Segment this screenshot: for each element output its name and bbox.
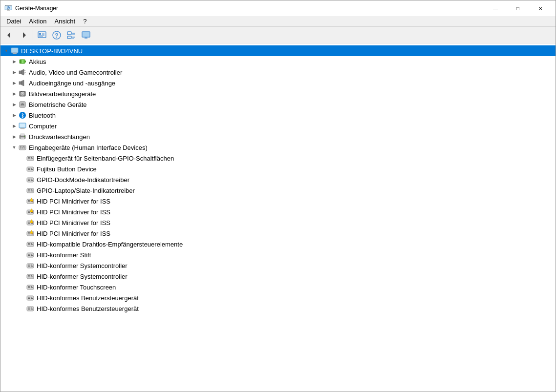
tree-item-hid9[interactable]: ▶ HID-kompatible Drahtlos-Empfängersteue… <box>0 239 556 249</box>
svg-text:ᛒ: ᛒ <box>21 113 24 119</box>
expander-bildverarbeitung[interactable]: ▶ <box>10 90 18 98</box>
expander-computer[interactable]: ▶ <box>10 122 18 130</box>
expander-akkus[interactable]: ▶ <box>10 58 18 65</box>
label-hid12: HID-konformer Systemcontroller <box>37 273 128 280</box>
svg-rect-163 <box>28 309 30 310</box>
svg-rect-82 <box>31 179 32 180</box>
tree-item-computer[interactable]: ▶ Computer <box>0 121 556 131</box>
expander-eingabe[interactable]: ▼ <box>10 144 18 151</box>
tree-item-hid14[interactable]: ▶ HID-konformes Benutzersteuergerät <box>0 292 556 303</box>
help-button[interactable]: ? <box>50 28 64 42</box>
svg-rect-34 <box>20 60 21 63</box>
svg-rect-131 <box>29 254 30 255</box>
svg-marker-6 <box>7 32 10 38</box>
menu-bar: Datei Aktion Ansicht ? <box>0 16 556 27</box>
tree-item-hid8[interactable]: ▶ ! HID PCI Minidriver for ISS <box>0 228 556 239</box>
device-tree[interactable]: ▼ DESKTOP-8M34VNU ▶ <box>0 43 556 392</box>
menu-datei[interactable]: Datei <box>2 17 25 26</box>
window-title: Geräte-Manager <box>15 5 484 12</box>
tree-item-hid1[interactable]: ▶ Einfügegerät für Seitenband-GPIO-Schal… <box>0 153 556 164</box>
window-controls: — □ ✕ <box>484 0 552 16</box>
svg-rect-95 <box>28 202 30 203</box>
maximize-button[interactable]: □ <box>507 0 529 16</box>
expander-bluetooth[interactable]: ▶ <box>10 111 18 119</box>
svg-rect-74 <box>28 168 29 169</box>
tree-item-biometrie[interactable]: ▶ Biometrische Geräte <box>0 99 556 110</box>
svg-rect-150 <box>31 286 32 287</box>
tree-item-hid13[interactable]: ▶ HID-konformer Touchscreen <box>0 282 556 292</box>
svg-rect-152 <box>31 288 33 289</box>
svg-rect-86 <box>28 189 29 190</box>
forward-button[interactable] <box>17 28 31 42</box>
expander-drucker[interactable]: ▶ <box>10 133 18 141</box>
tree-item-drucker[interactable]: ▶ Druckwarteschlangen <box>0 131 556 142</box>
label-bluetooth: Bluetooth <box>29 112 56 119</box>
expand-button[interactable] <box>64 28 78 42</box>
menu-aktion[interactable]: Aktion <box>25 17 50 26</box>
svg-rect-23 <box>83 32 89 37</box>
svg-rect-139 <box>28 266 30 267</box>
label-audio: Audio, Video und Gamecontroller <box>29 69 122 76</box>
svg-rect-67 <box>27 156 34 161</box>
expander-root[interactable]: ▼ <box>2 47 10 55</box>
svg-rect-72 <box>31 159 33 160</box>
tree-item-hid11[interactable]: ▶ HID-konformer Systemcontroller <box>0 260 556 271</box>
tree-item-hid4[interactable]: ▶ GPIO-Laptop/Slate-Indikatortreiber <box>0 185 556 196</box>
tree-item-hid6[interactable]: ▶ ! HID PCI Minidriver for ISS <box>0 206 556 217</box>
menu-hilfe[interactable]: ? <box>79 17 90 26</box>
tree-item-audio[interactable]: ▶ Audio, Video und Gamecontroller <box>0 67 556 78</box>
tree-item-hid3[interactable]: ▶ GPIO-DockMode-Indikatortreiber <box>0 174 556 185</box>
expander-audio[interactable]: ▶ <box>10 68 18 76</box>
svg-rect-153 <box>27 296 34 300</box>
svg-rect-130 <box>28 254 29 255</box>
svg-rect-60 <box>20 146 21 147</box>
svg-rect-143 <box>29 275 30 276</box>
tree-item-bildverarbeitung[interactable]: ▶ Bildverarbeitungsgeräte <box>0 88 556 99</box>
tree-item-hid12[interactable]: ▶ HID-konformer Systemcontroller <box>0 271 556 282</box>
svg-rect-124 <box>28 243 29 244</box>
tree-item-audioio[interactable]: ▶ Audioeingänge und -ausgänge <box>0 78 556 88</box>
icon-hid11 <box>26 261 35 270</box>
monitor-button[interactable] <box>79 28 93 42</box>
svg-rect-83 <box>28 180 30 181</box>
close-button[interactable]: ✕ <box>529 0 552 16</box>
expander-audioio[interactable]: ▶ <box>10 79 18 87</box>
svg-rect-88 <box>31 189 32 190</box>
svg-rect-126 <box>31 243 32 244</box>
back-button[interactable] <box>2 28 16 42</box>
svg-rect-157 <box>28 298 30 299</box>
minimize-button[interactable]: — <box>484 0 507 16</box>
svg-rect-146 <box>31 277 33 278</box>
svg-rect-136 <box>28 265 29 266</box>
title-bar: Geräte-Manager — □ ✕ <box>0 0 556 16</box>
tree-item-hid10[interactable]: ▶ HID-konformer Stift <box>0 249 556 260</box>
icon-hid14 <box>26 293 35 302</box>
svg-rect-151 <box>28 288 30 289</box>
tree-item-root[interactable]: ▼ DESKTOP-8M34VNU <box>0 45 556 56</box>
svg-marker-36 <box>21 69 24 75</box>
svg-rect-123 <box>27 242 34 247</box>
tree-item-eingabe[interactable]: ▼ Eingabegeräte (Human Interface Devices… <box>0 142 556 153</box>
menu-ansicht[interactable]: Ansicht <box>51 17 80 26</box>
tree-item-hid5[interactable]: ▶ ! HID PCI Minidriver for ISS <box>0 196 556 206</box>
icon-bluetooth: ᛒ <box>18 111 27 120</box>
tree-item-bluetooth[interactable]: ▶ ᛒ Bluetooth <box>0 110 556 121</box>
svg-rect-45 <box>21 91 22 92</box>
svg-rect-68 <box>28 157 29 158</box>
svg-rect-63 <box>24 146 25 147</box>
tree-item-hid7[interactable]: ▶ ! HID PCI Minidriver for ISS <box>0 217 556 228</box>
svg-rect-92 <box>28 200 29 201</box>
svg-rect-129 <box>27 253 34 257</box>
label-drucker: Druckwarteschlangen <box>29 133 90 141</box>
tree-item-akkus[interactable]: ▶ Akkus <box>0 56 556 67</box>
icon-hid7: ! <box>26 218 35 227</box>
tree-item-hid2[interactable]: ▶ Fujitsu Button Device <box>0 164 556 174</box>
tree-item-hid15[interactable]: ▶ HID-konformes Benutzersteuergerät <box>0 303 556 314</box>
properties-button[interactable] <box>35 28 49 42</box>
svg-marker-7 <box>23 32 26 38</box>
expander-biometrie[interactable]: ▶ <box>10 101 18 108</box>
svg-rect-119 <box>28 234 30 235</box>
svg-rect-111 <box>28 223 30 224</box>
label-hid6: HID PCI Minidriver for ISS <box>37 208 110 216</box>
svg-rect-89 <box>28 191 30 192</box>
